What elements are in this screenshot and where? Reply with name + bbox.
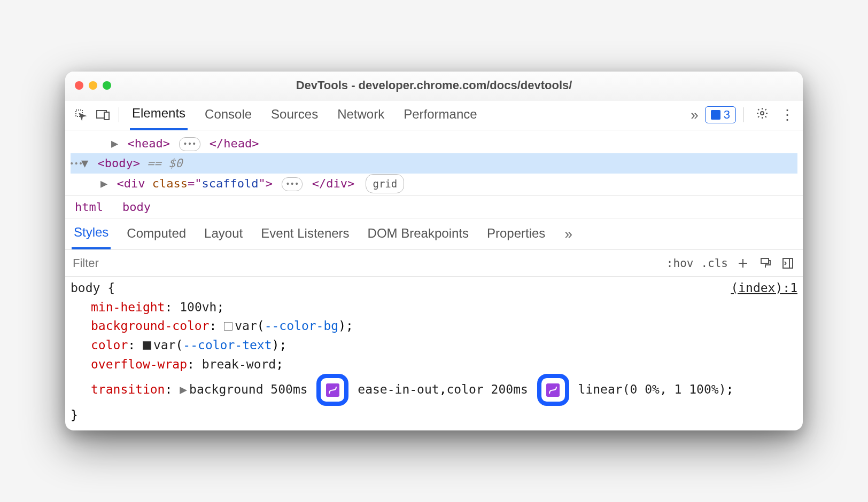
css-decl-min-height[interactable]: min-height: 100vh;	[71, 298, 797, 317]
devtools-window: DevTools - developer.chrome.com/docs/dev…	[65, 72, 803, 430]
css-decl-background-color[interactable]: background-color: var(--color-bg);	[71, 317, 797, 336]
styles-filter-input[interactable]	[65, 256, 659, 270]
ellipsis-icon[interactable]: •••	[179, 137, 200, 151]
attr-name: class	[152, 177, 188, 190]
expand-icon[interactable]: ▶	[81, 134, 118, 153]
dom-tree[interactable]: ▶ <head> ••• </head> ▼ <body> == $0 ▶ <d…	[65, 130, 803, 196]
styles-toolbar: :hov .cls	[65, 250, 803, 277]
svg-rect-4	[761, 258, 769, 263]
window-controls	[75, 81, 111, 90]
tag-body-open: <body>	[98, 156, 140, 170]
easing-highlight	[316, 374, 348, 406]
toolbar-right: » 3 ⋮	[687, 106, 799, 123]
color-swatch[interactable]	[224, 322, 232, 331]
new-style-rule-icon[interactable]	[735, 256, 750, 271]
tab-console[interactable]: Console	[203, 100, 254, 129]
css-selector[interactable]: body {	[71, 279, 115, 298]
subtab-properties[interactable]: Properties	[485, 219, 547, 248]
minimize-window-button[interactable]	[89, 81, 97, 90]
subtab-event-listeners[interactable]: Event Listeners	[259, 219, 351, 248]
window-title: DevTools - developer.chrome.com/docs/dev…	[65, 79, 803, 92]
inspect-element-icon[interactable]	[69, 104, 92, 126]
dom-node-body[interactable]: ▼ <body> == $0	[71, 153, 797, 173]
main-toolbar: Elements Console Sources Network Perform…	[65, 100, 803, 130]
close-window-button[interactable]	[75, 81, 83, 90]
attr-value: scaffold	[201, 177, 258, 190]
tag-div-open: <div	[117, 177, 152, 190]
issues-count: 3	[724, 108, 730, 122]
crumb-html[interactable]: html	[65, 196, 113, 218]
breadcrumbs: html body	[65, 196, 803, 218]
grid-badge[interactable]: grid	[366, 174, 404, 193]
ellipsis-icon[interactable]: •••	[282, 177, 303, 191]
issues-badge[interactable]: 3	[705, 106, 736, 123]
computed-sidebar-icon[interactable]	[780, 256, 795, 271]
maximize-window-button[interactable]	[103, 81, 111, 90]
titlebar: DevTools - developer.chrome.com/docs/dev…	[65, 72, 803, 100]
styles-subtabs: Styles Computed Layout Event Listeners D…	[65, 218, 803, 250]
color-swatch[interactable]	[143, 341, 151, 350]
more-options-icon[interactable]: ⋮	[776, 107, 799, 123]
tag-head-open: <head>	[128, 137, 170, 150]
tag-div-close: </div>	[312, 177, 354, 190]
easing-editor-icon[interactable]	[546, 383, 560, 397]
subtab-styles[interactable]: Styles	[72, 218, 111, 249]
easing-highlight	[537, 374, 569, 406]
css-close-brace: }	[71, 406, 797, 425]
more-subtabs-icon[interactable]: »	[561, 226, 575, 242]
settings-icon[interactable]	[751, 107, 773, 123]
toolbar-divider	[119, 107, 119, 122]
dom-node-div[interactable]: ▶ <div class="scaffold"> ••• </div> grid	[71, 174, 797, 193]
dom-node-head[interactable]: ▶ <head> ••• </head>	[71, 134, 797, 153]
more-tabs-icon[interactable]: »	[687, 107, 701, 123]
subtab-layout[interactable]: Layout	[202, 219, 245, 248]
expand-icon[interactable]: ▶	[100, 174, 107, 193]
toggle-classes-button[interactable]: .cls	[701, 257, 728, 270]
tab-sources[interactable]: Sources	[269, 100, 320, 129]
device-toolbar-icon[interactable]	[92, 104, 114, 126]
tag-head-close: </head>	[210, 137, 259, 150]
css-rule-body: body { (index):1 min-height: 100vh; back…	[65, 277, 803, 430]
crumb-body[interactable]: body	[113, 196, 160, 218]
collapse-icon[interactable]: ▼	[81, 153, 88, 173]
expand-icon[interactable]: ▶	[180, 380, 187, 399]
css-decl-transition[interactable]: transition: ▶background 500ms ease-in-ou…	[71, 374, 797, 406]
source-link[interactable]: (index):1	[731, 279, 797, 298]
subtab-dom-breakpoints[interactable]: DOM Breakpoints	[366, 219, 471, 248]
chat-icon	[711, 110, 720, 120]
styles-actions: :hov .cls	[659, 256, 803, 271]
main-tabs: Elements Console Sources Network Perform…	[123, 99, 687, 130]
svg-point-3	[761, 112, 764, 115]
tab-performance[interactable]: Performance	[401, 100, 479, 129]
toolbar-divider	[743, 107, 744, 122]
svg-rect-2	[104, 112, 109, 120]
css-decl-overflow-wrap[interactable]: overflow-wrap: break-word;	[71, 355, 797, 374]
tab-network[interactable]: Network	[335, 100, 386, 129]
console-ref: == $0	[147, 156, 182, 170]
subtab-computed[interactable]: Computed	[125, 219, 188, 248]
svg-rect-5	[783, 258, 793, 268]
paint-icon[interactable]	[758, 256, 773, 271]
tab-elements[interactable]: Elements	[130, 99, 188, 130]
toggle-hover-button[interactable]: :hov	[666, 257, 694, 270]
easing-editor-icon[interactable]	[326, 383, 339, 397]
css-decl-color[interactable]: color: var(--color-text);	[71, 336, 797, 355]
